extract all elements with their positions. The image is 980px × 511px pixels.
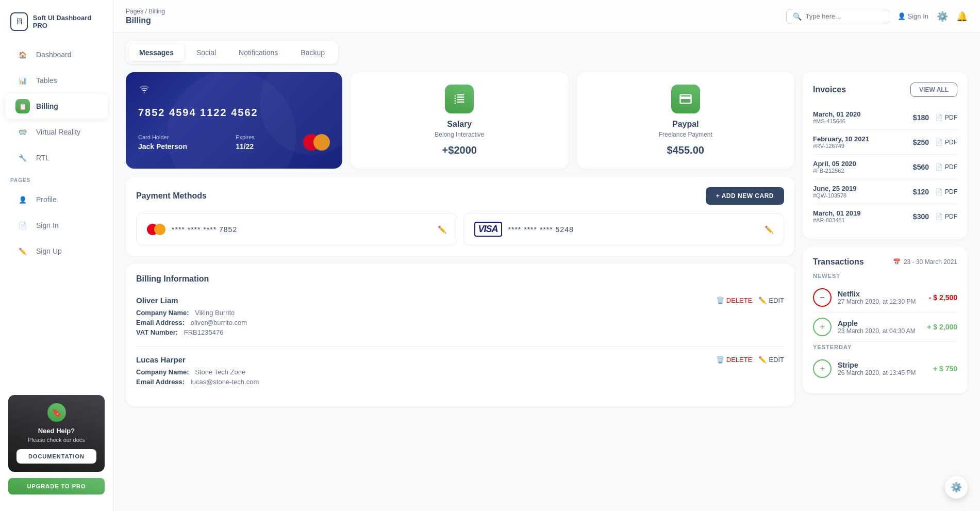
transaction-date: 23 March 2020, at 04:30 AM xyxy=(838,327,921,335)
invoice-item-2: February, 10 2021 #RV-126749 $250 📄 PDF xyxy=(813,130,957,155)
sidebar-item-dashboard[interactable]: 🏠 Dashboard xyxy=(5,42,108,67)
pdf-label: PDF xyxy=(945,163,957,171)
sidebar-item-label: Virtual Reality xyxy=(36,128,80,136)
sidebar-item-profile[interactable]: 👤 Profile xyxy=(5,187,108,212)
salary-subtitle: Belong Interactive xyxy=(363,131,556,138)
vr-icon: 🥽 xyxy=(15,125,30,139)
mastercard-edit-icon[interactable]: ✏️ xyxy=(438,225,446,234)
pdf-button[interactable]: 📄 PDF xyxy=(935,114,957,121)
sidebar-item-billing[interactable]: 📋 Billing xyxy=(5,94,108,119)
company-label: Company Name: xyxy=(136,309,189,317)
search-input[interactable] xyxy=(806,12,883,20)
view-all-button[interactable]: VIEW ALL xyxy=(910,83,957,97)
card-holder-name: Jack Peterson xyxy=(138,142,187,151)
documentation-button[interactable]: DOCUMENTATION xyxy=(16,449,96,464)
paypal-icon xyxy=(671,85,700,113)
invoice-id: #FB-212562 xyxy=(813,168,856,174)
pdf-button[interactable]: 📄 PDF xyxy=(935,188,957,195)
add-new-card-button[interactable]: + ADD NEW CARD xyxy=(706,187,784,205)
billing-icon: 📋 xyxy=(15,99,30,113)
invoice-right: $560 📄 PDF xyxy=(913,163,957,171)
mastercard-logo xyxy=(303,134,330,151)
edit-lucas-button[interactable]: ✏️ EDIT xyxy=(758,356,784,364)
invoice-right: $250 📄 PDF xyxy=(913,138,957,146)
right-column: Invoices VIEW ALL March, 01 2020 #MS-415… xyxy=(803,72,968,406)
tab-backup[interactable]: Backup xyxy=(290,44,335,61)
sidebar-item-sign-up[interactable]: ✏️ Sign Up xyxy=(5,239,108,263)
settings-fab[interactable]: ⚙️ xyxy=(945,476,968,499)
transaction-netflix: − Netflix 27 March 2020, at 12:30 PM - $… xyxy=(813,283,957,312)
apple-icon: + xyxy=(813,318,832,336)
transactions-title: Transactions xyxy=(813,257,864,267)
yesterday-label: YESTERDAY xyxy=(813,344,957,350)
topbar: Pages / Billing Billing 🔍 👤 Sign In ⚙️ 🔔 xyxy=(113,0,980,33)
tab-social[interactable]: Social xyxy=(186,44,226,61)
tabs-bar: Messages Social Notifications Backup xyxy=(126,41,338,64)
sidebar-item-sign-in[interactable]: 📄 Sign In xyxy=(5,213,108,238)
sidebar-item-tables[interactable]: 📊 Tables xyxy=(5,68,108,93)
tab-notifications[interactable]: Notifications xyxy=(228,44,288,61)
sidebar-item-label: RTL xyxy=(36,154,49,162)
billing-actions: 🗑️ DELETE ✏️ EDIT xyxy=(716,296,784,304)
tables-icon: 📊 xyxy=(15,73,30,88)
wifi-icon xyxy=(138,85,330,96)
delete-oliver-button[interactable]: 🗑️ DELETE xyxy=(716,296,753,304)
pdf-button[interactable]: 📄 PDF xyxy=(935,139,957,146)
transaction-date: 26 March 2020, at 13:45 PM xyxy=(838,369,927,376)
transaction-amount: - $ 2,500 xyxy=(929,293,957,302)
card-holder-label: Card Holder xyxy=(138,134,187,140)
email-value: oliver@burrito.com xyxy=(191,319,247,326)
payment-card-mastercard: **** **** **** 7852 ✏️ xyxy=(136,213,457,245)
pdf-button[interactable]: 📄 PDF xyxy=(935,163,957,171)
mastercard-yellow-circle xyxy=(313,134,330,151)
salary-icon xyxy=(445,85,474,113)
transaction-name: Stripe xyxy=(838,361,927,369)
edit-label: EDIT xyxy=(769,356,784,364)
profile-icon: 👤 xyxy=(15,192,30,207)
billing-person-header: Oliver Liam 🗑️ DELETE ✏️ EDIT xyxy=(136,296,784,305)
invoices-title: Invoices xyxy=(813,85,846,94)
netflix-icon: − xyxy=(813,288,832,307)
paypal-title: Paypal xyxy=(589,120,783,129)
payment-methods-section: Payment Methods + ADD NEW CARD xyxy=(126,177,794,256)
date-range: 📅 23 - 30 March 2021 xyxy=(893,258,957,266)
notifications-icon[interactable]: 🔔 xyxy=(956,11,968,22)
transaction-date: 27 March 2020, at 12:30 PM xyxy=(838,298,923,305)
company-name-lucas: Company Name: Stone Tech Zone xyxy=(136,368,784,376)
main-area: Pages / Billing Billing 🔍 👤 Sign In ⚙️ 🔔 xyxy=(113,0,980,511)
salary-title: Salary xyxy=(363,120,556,129)
stripe-icon: + xyxy=(813,359,832,378)
user-icon: 👤 xyxy=(898,12,906,20)
payment-card-left: **** **** **** 7852 xyxy=(147,224,237,235)
payment-methods-header: Payment Methods + ADD NEW CARD xyxy=(136,187,784,205)
sidebar-item-virtual-reality[interactable]: 🥽 Virtual Reality xyxy=(5,120,108,144)
search-box[interactable]: 🔍 xyxy=(786,9,889,24)
sidebar-item-rtl[interactable]: 🔧 RTL xyxy=(5,145,108,170)
left-column: 7852 4594 1122 4562 Card Holder Jack Pet… xyxy=(126,72,794,406)
search-icon: 🔍 xyxy=(793,12,802,21)
card-expires-label: Expires xyxy=(236,134,255,140)
mastercard-small-logo xyxy=(147,224,165,235)
tab-messages[interactable]: Messages xyxy=(129,44,184,61)
invoice-date: June, 25 2019 xyxy=(813,185,857,192)
topbar-right: 🔍 👤 Sign In ⚙️ 🔔 xyxy=(786,9,968,24)
delete-lucas-button[interactable]: 🗑️ DELETE xyxy=(716,356,753,364)
upgrade-button[interactable]: UPGRADE TO PRO xyxy=(8,478,105,494)
signin-link[interactable]: 👤 Sign In xyxy=(898,12,928,20)
visa-edit-icon[interactable]: ✏️ xyxy=(765,225,773,234)
settings-icon[interactable]: ⚙️ xyxy=(937,11,948,22)
pdf-button[interactable]: 📄 PDF xyxy=(935,213,957,220)
vat-label: VAT Number: xyxy=(136,328,178,336)
card-holder-section: Card Holder Jack Peterson xyxy=(138,134,187,151)
mc-small-yellow xyxy=(154,224,165,235)
email-value: lucas@stone-tech.com xyxy=(191,378,259,386)
invoice-info: March, 01 2020 #MS-415646 xyxy=(813,110,861,124)
trash-icon: 🗑️ xyxy=(716,356,724,364)
visa-number: **** **** **** 5248 xyxy=(508,225,574,234)
card-footer: Card Holder Jack Peterson Expires 11/22 xyxy=(138,134,330,151)
invoice-date: March, 01 2020 xyxy=(813,110,861,118)
edit-oliver-button[interactable]: ✏️ EDIT xyxy=(758,296,784,304)
invoice-id: #MS-415646 xyxy=(813,118,861,124)
card-number: 7852 4594 1122 4562 xyxy=(138,107,330,119)
sidebar-logo: 🖥 Soft UI Dashboard PRO xyxy=(0,8,113,41)
